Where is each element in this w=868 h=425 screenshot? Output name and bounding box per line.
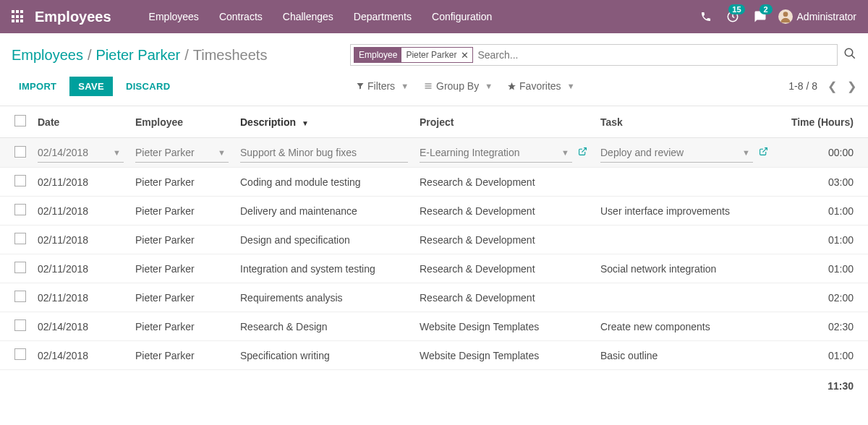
time-input[interactable]: 00:00 bbox=[775, 138, 868, 168]
pager-range: 1-8 / 8 bbox=[788, 80, 817, 92]
cell-date: 02/11/2018 bbox=[32, 283, 129, 312]
row-checkbox[interactable] bbox=[14, 291, 26, 302]
breadcrumb-employees[interactable]: Employees bbox=[12, 47, 83, 64]
apps-icon[interactable] bbox=[12, 10, 25, 23]
nav-item-configuration[interactable]: Configuration bbox=[422, 11, 502, 22]
row-checkbox[interactable] bbox=[14, 262, 26, 273]
cell-date: 02/11/2018 bbox=[32, 226, 129, 254]
caret-down-icon: ▼ bbox=[482, 82, 495, 90]
external-link-icon[interactable] bbox=[757, 147, 770, 158]
svg-line-8 bbox=[762, 148, 767, 153]
pager: 1-8 / 8 ❮ ❯ bbox=[788, 80, 856, 93]
pager-prev-icon[interactable]: ❮ bbox=[827, 80, 837, 93]
cell-employee: Pieter Parker bbox=[129, 283, 234, 312]
cell-project: Research & Development bbox=[414, 168, 595, 197]
cell-project: Research & Development bbox=[414, 197, 595, 226]
cell-employee: Pieter Parker bbox=[129, 168, 234, 197]
import-button[interactable]: IMPORT bbox=[12, 77, 64, 96]
search-box[interactable]: Employee Pieter Parker ✕ bbox=[350, 44, 838, 66]
external-link-icon[interactable] bbox=[576, 147, 589, 158]
row-checkbox[interactable] bbox=[14, 175, 26, 186]
breadcrumb-employee[interactable]: Pieter Parker bbox=[96, 47, 181, 64]
messages-badge: 2 bbox=[760, 4, 773, 14]
search-facet: Employee Pieter Parker ✕ bbox=[354, 47, 473, 63]
cell-task: Basic outline bbox=[595, 341, 775, 370]
table-row[interactable]: 02/11/2018Pieter ParkerDelivery and main… bbox=[0, 197, 868, 226]
nav-item-contracts[interactable]: Contracts bbox=[209, 11, 273, 22]
caret-down-icon: ▼ bbox=[215, 148, 229, 157]
col-header-employee[interactable]: Employee bbox=[129, 106, 234, 138]
task-select[interactable]: Deploy and review ▼ bbox=[600, 142, 753, 163]
groupby-dropdown[interactable]: Group By ▼ bbox=[417, 80, 501, 92]
discard-button[interactable]: DISCARD bbox=[119, 77, 177, 96]
sort-caret-icon: ▼ bbox=[302, 119, 309, 127]
col-header-task[interactable]: Task bbox=[595, 106, 775, 138]
timesheet-table: Date Employee Description ▼ Project Task… bbox=[0, 106, 868, 402]
date-input[interactable]: 02/14/2018 ▼ bbox=[38, 142, 124, 163]
nav-item-departments[interactable]: Departments bbox=[344, 11, 422, 22]
row-checkbox[interactable] bbox=[14, 146, 26, 158]
user-name: Administrator bbox=[797, 11, 856, 22]
cell-time: 01:00 bbox=[775, 341, 868, 370]
activities-badge: 15 bbox=[728, 4, 744, 14]
caret-down-icon: ▼ bbox=[739, 148, 753, 157]
funnel-icon bbox=[356, 82, 365, 90]
col-header-description[interactable]: Description ▼ bbox=[234, 106, 414, 138]
total-time: 11:30 bbox=[0, 370, 868, 403]
cell-description: Delivery and maintenance bbox=[234, 197, 414, 226]
search-input[interactable] bbox=[473, 45, 834, 65]
save-button[interactable]: SAVE bbox=[69, 77, 113, 96]
caret-down-icon: ▼ bbox=[398, 82, 412, 90]
row-checkbox[interactable] bbox=[14, 233, 26, 244]
activities-icon[interactable]: 15 bbox=[719, 10, 746, 23]
table-row[interactable]: 02/11/2018Pieter ParkerIntegration and s… bbox=[0, 254, 868, 283]
col-header-date[interactable]: Date bbox=[32, 106, 129, 138]
app-title: Employees bbox=[35, 9, 111, 25]
cell-employee: Pieter Parker bbox=[129, 254, 234, 283]
breadcrumb-current: Timesheets bbox=[193, 47, 268, 64]
nav-item-employees[interactable]: Employees bbox=[139, 11, 209, 22]
table-row[interactable]: 02/11/2018Pieter ParkerDesign and specif… bbox=[0, 226, 868, 254]
nav-item-challenges[interactable]: Challenges bbox=[273, 11, 344, 22]
star-icon bbox=[507, 82, 516, 91]
cell-date: 02/14/2018 bbox=[32, 341, 129, 370]
phone-icon[interactable] bbox=[693, 11, 719, 22]
row-checkbox[interactable] bbox=[14, 319, 26, 331]
caret-down-icon: ▼ bbox=[564, 82, 578, 90]
row-checkbox[interactable] bbox=[14, 348, 26, 360]
table-row[interactable]: 02/11/2018Pieter ParkerCoding and module… bbox=[0, 168, 868, 197]
table-row[interactable]: 02/11/2018Pieter ParkerRequirements anal… bbox=[0, 283, 868, 312]
svg-point-2 bbox=[845, 48, 853, 56]
svg-line-3 bbox=[851, 55, 855, 59]
favorites-dropdown[interactable]: Favorites ▼ bbox=[501, 80, 583, 92]
search-icon[interactable] bbox=[843, 47, 856, 64]
messages-icon[interactable]: 2 bbox=[746, 10, 774, 23]
facet-value: Pieter Parker bbox=[401, 50, 461, 60]
facet-remove-icon[interactable]: ✕ bbox=[461, 50, 472, 61]
cell-project: Research & Development bbox=[414, 254, 595, 283]
employee-select[interactable]: Pieter Parker ▼ bbox=[135, 142, 229, 163]
col-header-time[interactable]: Time (Hours) bbox=[775, 106, 868, 138]
table-row[interactable]: 02/14/2018Pieter ParkerResearch & Design… bbox=[0, 312, 868, 341]
cell-date: 02/11/2018 bbox=[32, 254, 129, 283]
description-input[interactable]: Support & Minor bug fixes bbox=[240, 142, 408, 163]
svg-line-7 bbox=[582, 148, 586, 153]
cell-project: Research & Development bbox=[414, 283, 595, 312]
cell-description: Coding and module testing bbox=[234, 168, 414, 197]
row-checkbox[interactable] bbox=[14, 204, 26, 215]
filters-dropdown[interactable]: Filters ▼ bbox=[350, 80, 417, 92]
select-all-checkbox[interactable] bbox=[14, 115, 26, 126]
caret-down-icon: ▼ bbox=[110, 148, 124, 157]
user-menu[interactable]: Administrator bbox=[778, 9, 856, 24]
cell-description: Design and specification bbox=[234, 226, 414, 254]
table-row[interactable]: 02/14/2018Pieter ParkerSpecification wri… bbox=[0, 341, 868, 370]
cell-date: 02/11/2018 bbox=[32, 197, 129, 226]
col-header-project[interactable]: Project bbox=[414, 106, 595, 138]
cell-time: 01:00 bbox=[775, 254, 868, 283]
cell-employee: Pieter Parker bbox=[129, 312, 234, 341]
table-edit-row: 02/14/2018 ▼ Pieter Parker ▼ Support & M… bbox=[0, 138, 868, 168]
cell-task bbox=[595, 283, 775, 312]
pager-next-icon[interactable]: ❯ bbox=[847, 80, 856, 93]
project-select[interactable]: E-Learning Integration ▼ bbox=[420, 142, 572, 163]
cell-task bbox=[595, 168, 775, 197]
